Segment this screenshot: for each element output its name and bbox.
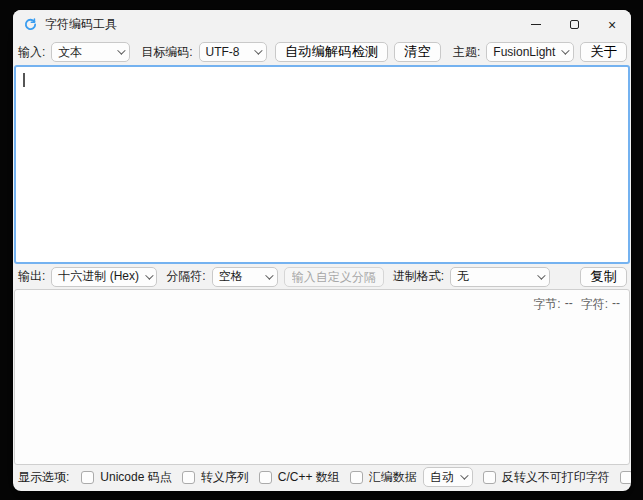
input-type-select[interactable]: 文本 [51, 42, 130, 62]
about-button[interactable]: 关于 [580, 42, 627, 62]
checkbox-append-nul[interactable]: 追加字符串结尾 NUL [620, 469, 631, 486]
bytes-label: 字节: [533, 296, 560, 313]
asm-data-select[interactable]: 自动 [423, 467, 473, 487]
checkbox-label: 汇编数据 [369, 469, 417, 486]
output-options-bar: 输出: 十六进制 (Hex) 分隔符: 空格 进制格式: 无 复制 [13, 264, 631, 289]
chevron-down-icon [117, 46, 125, 54]
checkbox-icon [483, 471, 496, 484]
output-format-select[interactable]: 十六进制 (Hex) [51, 267, 157, 287]
target-encoding-select[interactable]: UTF-8 [199, 42, 268, 62]
maximize-icon [570, 20, 579, 29]
output-label: 输出: [18, 268, 45, 285]
checkbox-c-array[interactable]: C/C++ 数组 [259, 469, 340, 486]
theme-label: 主题: [453, 44, 480, 61]
checkbox-label: 反转义不可打印字符 [502, 469, 610, 486]
text-cursor [23, 73, 25, 87]
chevron-down-icon [254, 46, 262, 54]
minimize-icon [531, 24, 541, 25]
chevron-down-icon [537, 271, 545, 279]
checkbox-unicode-codepoint[interactable]: Unicode 码点 [81, 469, 171, 486]
output-format-value: 十六进制 (Hex) [58, 268, 139, 285]
checkbox-label: 转义序列 [201, 469, 249, 486]
checkbox-label: C/C++ 数组 [278, 469, 340, 486]
window-title: 字符编码工具 [45, 16, 117, 33]
checkbox-asm-data[interactable]: 汇编数据 [350, 469, 417, 486]
separator-select[interactable]: 空格 [212, 267, 278, 287]
radix-format-select[interactable]: 无 [450, 267, 550, 287]
bytes-value: -- [565, 296, 573, 313]
auto-detect-button[interactable]: 自动编解码检测 [275, 42, 388, 62]
separator-value: 空格 [219, 268, 243, 285]
chevron-down-icon [145, 271, 153, 279]
separator-label: 分隔符: [166, 268, 205, 285]
chevron-down-icon [562, 46, 570, 54]
maximize-button[interactable] [555, 10, 593, 39]
checkbox-icon [620, 471, 631, 484]
checkbox-label: Unicode 码点 [100, 469, 171, 486]
custom-separator-input[interactable] [284, 267, 384, 287]
close-icon: × [608, 18, 616, 32]
app-icon [23, 17, 38, 32]
top-toolbar: 输入: 文本 目标编码: UTF-8 自动编解码检测 清空 主题: Fusion… [13, 39, 631, 65]
byte-char-stats: 字节: -- 字符: -- [533, 296, 620, 313]
close-button[interactable]: × [593, 10, 631, 39]
checkbox-escape-sequence[interactable]: 转义序列 [182, 469, 249, 486]
clear-button[interactable]: 清空 [394, 42, 441, 62]
checkbox-icon [259, 471, 272, 484]
theme-select[interactable]: FusionLight [486, 42, 574, 62]
target-encoding-value: UTF-8 [206, 45, 240, 59]
checkbox-unescape-nonprintable[interactable]: 反转义不可打印字符 [483, 469, 610, 486]
radix-format-label: 进制格式: [393, 268, 444, 285]
display-options-label: 显示选项: [18, 469, 69, 486]
input-label: 输入: [18, 44, 45, 61]
radix-format-value: 无 [457, 268, 469, 285]
checkbox-icon [81, 471, 94, 484]
asm-data-value: 自动 [430, 469, 454, 486]
chevron-down-icon [265, 271, 273, 279]
chars-label: 字符: [581, 296, 608, 313]
chevron-down-icon [460, 471, 468, 479]
title-bar[interactable]: 字符编码工具 × [13, 10, 631, 39]
input-type-value: 文本 [58, 44, 82, 61]
output-display-area[interactable]: 字节: -- 字符: -- [14, 289, 630, 465]
minimize-button[interactable] [517, 10, 555, 39]
caption-buttons: × [517, 10, 631, 39]
app-window: 字符编码工具 × 输入: 文本 目标编码: UTF-8 自动编解码检测 清空 主… [13, 10, 631, 491]
target-encoding-label: 目标编码: [141, 44, 192, 61]
display-options-bar: 显示选项: Unicode 码点 转义序列 C/C++ 数组 汇编数据 自动 反… [13, 465, 631, 491]
checkbox-icon [350, 471, 363, 484]
chars-value: -- [612, 296, 620, 313]
copy-button[interactable]: 复制 [580, 267, 627, 287]
checkbox-icon [182, 471, 195, 484]
theme-value: FusionLight [493, 45, 555, 59]
text-input-area[interactable] [14, 65, 630, 264]
